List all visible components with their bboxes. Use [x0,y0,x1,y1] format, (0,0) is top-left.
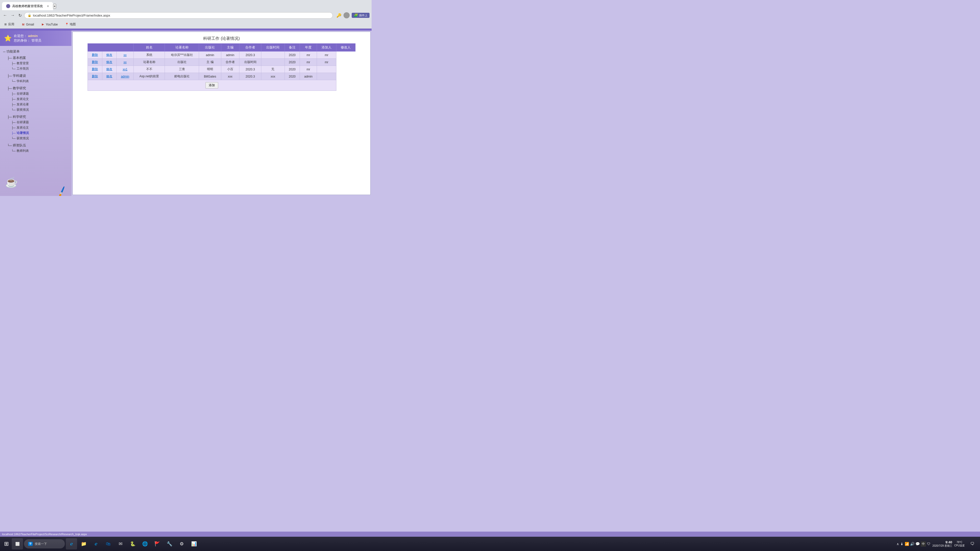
name-link-1[interactable]: xx [124,60,127,64]
username-text: admin [28,34,38,38]
bookmark-gmail[interactable]: M Gmail [20,22,35,27]
year-cell-2: 2020 [285,66,300,73]
menu-teaching-monograph[interactable]: ├─发表论著 [10,102,69,107]
menu-teaching-research: ├─ 教学研究 ├─在研课题 ├─发表论文 ├─发表论著 └─获奖情况 [6,85,69,113]
modified-by-cell-3 [317,73,336,80]
name-cell-2[interactable]: xx1 [116,66,134,73]
menu-sci-research-label[interactable]: ├─ 科学研究 [6,114,69,120]
delete-link-1[interactable]: 删除 [92,60,98,64]
menu-sci-monograph[interactable]: ├─论著情况 [10,130,69,136]
menu-teaching-topic-label: 在研课题 [17,92,29,96]
menu-discipline-list[interactable]: └─学科列表 [10,79,69,84]
delete-action-1[interactable]: 删除 [88,59,102,66]
name-cell-1[interactable]: xx [116,59,134,66]
back-button[interactable]: ← [2,12,8,19]
col-chief: 主编 [221,44,239,52]
delete-action-0[interactable]: 删除 [88,52,102,59]
menu-teaching-award-label: 获奖情况 [17,108,29,112]
col-year: 年度 [300,44,317,52]
new-tab-button[interactable]: + [53,4,56,9]
menu-sci-award-label: 获奖情况 [17,136,29,141]
forward-button[interactable]: → [10,12,16,19]
refresh-button[interactable]: ↻ [18,12,23,19]
bookmark-apps[interactable]: ⊞ 应用 [2,22,16,27]
edit-link-2[interactable]: 修改 [106,67,112,71]
menu-teaching-topic[interactable]: ├─在研课题 [10,91,69,97]
col-name: 姓名 [134,44,165,52]
name-link-3[interactable]: admin [121,75,129,78]
table-row: 删除 修改 admin Asp.net的前景 邮电出版社 BillGates x… [88,73,355,80]
tab-title: 高校教师档案管理系统 [12,4,43,8]
coauthor-cell-3: xxx [221,73,239,80]
content-area: 科研工作 (论著情况) 姓名 论著名称 出版社 主编 合作者 出版时间 备注 年… [73,32,371,195]
edit-action-0[interactable]: 修改 [102,52,116,59]
menu-discipline-label[interactable]: ├─ 学科建设 [6,73,69,79]
book-name-cell-3: Asp.net的前景 [134,73,165,80]
menu-teaching-award[interactable]: └─获奖情况 [10,107,69,113]
bookmark-maps[interactable]: 📍 地图 [64,22,77,27]
name-cell-0[interactable]: xx [116,52,134,59]
active-tab[interactable]: 高校教师档案管理系统 × [2,2,53,10]
delete-action-2[interactable]: 删除 [88,66,102,73]
menu-education-bg[interactable]: ├─教育背景 [10,61,69,66]
note-cell-1 [261,59,285,66]
pub-date-cell-1: 出版时间 [239,59,261,66]
menu-teacher-list[interactable]: └─教师列表 [10,148,69,154]
close-tab-button[interactable]: × [47,4,49,8]
name-link-0[interactable]: xx [124,53,127,57]
menu-children: ├─ 基本档案 ├─教育背景 └─工作简历 ├─ 学科建设 [2,54,69,154]
add-button[interactable]: 添加 [205,82,218,89]
table-row: 删除 修改 xx 系统 哈尔滨***出版社 admin admin 2020.3… [88,52,355,59]
extension-label: 插件上 [359,14,368,17]
book-name-cell-0: 系统 [134,52,165,59]
menu-teaching-research-label[interactable]: ├─ 教学研究 [6,86,69,91]
pub-date-cell-0: 2020.3 [239,52,261,59]
menu-basic-archive: ├─ 基本档案 ├─教育背景 └─工作简历 [6,54,69,72]
col-coauthor: 合作者 [239,44,261,52]
menu-basic-archive-label[interactable]: ├─ 基本档案 [6,55,69,61]
book-name-cell-2: 不不 [134,66,165,73]
minus-icon: ─ [3,50,5,54]
menu-sci-topic[interactable]: ├─在研课题 [10,120,69,125]
col-actions [88,44,134,52]
delete-link-2[interactable]: 删除 [92,67,98,71]
menu-work-resume[interactable]: └─工作简历 [10,66,69,71]
edit-link-1[interactable]: 修改 [106,60,112,64]
menu-faculty: └─ 师资队伍 └─教师列表 [6,142,69,154]
bookmark-youtube[interactable]: ▶ YouTube [40,22,59,27]
delete-action-3[interactable]: 删除 [88,73,102,80]
expand-sci: ├─ [7,115,12,119]
delete-link-3[interactable]: 删除 [92,75,98,78]
add-row: 添加 [88,80,355,91]
edit-action-3[interactable]: 修改 [102,73,116,80]
brush-decoration: 🖌️ [56,186,68,196]
year-cell-3: 2020 [285,73,300,80]
menu-root-label[interactable]: ─ 功能菜单 [2,49,69,54]
address-bar[interactable]: 🔒 localhost:1862/TeacherFileProject/Fram… [24,12,333,19]
discipline-children: └─学科列表 [6,79,69,84]
name-link-2[interactable]: xx1 [123,68,127,71]
bookmark-youtube-label: YouTube [46,23,58,26]
menu-sci-award[interactable]: └─获奖情况 [10,136,69,141]
extension-button[interactable]: 🧩 插件上 [352,13,369,18]
table-row: 删除 修改 xx 论著名称 出版社 主 编 合作者 出版时间 2020 mr m… [88,59,355,66]
menu-faculty-label[interactable]: └─ 师资队伍 [6,143,69,148]
publisher-cell-0: 哈尔滨***出版社 [165,52,199,59]
name-cell-3[interactable]: admin [116,73,134,80]
publisher-cell-3: 邮电出版社 [165,73,199,80]
menu-education-bg-label: 教育背景 [17,61,29,65]
menu-teaching-research-text: 教学研究 [13,86,26,91]
menu-sci-paper[interactable]: ├─发表论文 [10,125,69,130]
edit-action-1[interactable]: 修改 [102,59,116,66]
menu-teaching-paper[interactable]: ├─发表论文 [10,97,69,102]
delete-link-0[interactable]: 删除 [92,53,98,57]
purple-accent-bar [0,29,372,30]
edit-link-0[interactable]: 修改 [106,53,112,57]
menu-faculty-text: 师资队伍 [13,143,26,148]
edit-link-3[interactable]: 修改 [106,75,112,78]
menu-sci-monograph-label: 论著情况 [17,131,29,135]
edit-action-2[interactable]: 修改 [102,66,116,73]
leaf-connector2: └─ [11,67,16,71]
added-by-cell-2: mr [300,66,317,73]
note-cell-3: xxx [261,73,285,80]
